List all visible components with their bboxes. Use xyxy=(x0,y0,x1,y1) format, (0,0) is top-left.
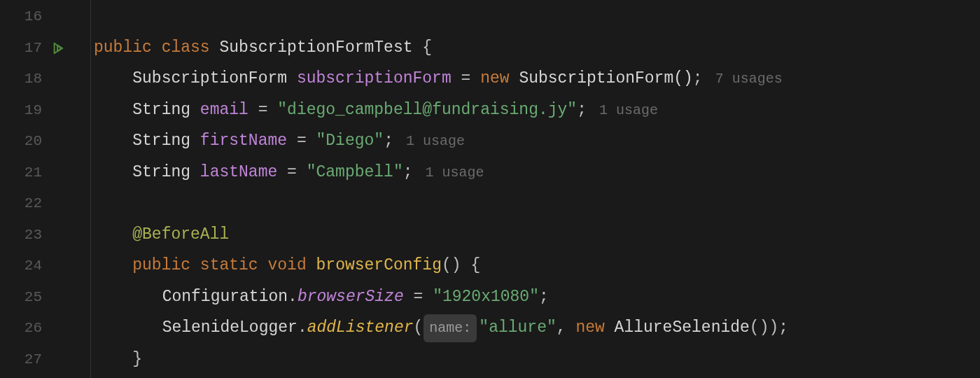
brace: } xyxy=(132,344,142,375)
line-number: 21 xyxy=(0,159,42,187)
line-number: 25 xyxy=(0,284,42,312)
code-line xyxy=(94,188,980,220)
line-number: 19 xyxy=(0,97,42,125)
line-number: 18 xyxy=(0,65,42,93)
code-line: public class SubscriptionFormTest { xyxy=(94,33,980,64)
code-line: String email = "diego_campbell@fundraisi… xyxy=(94,95,980,127)
code-line: public static void browserConfig() { xyxy=(94,251,980,282)
keyword-new: new xyxy=(575,313,604,344)
code-area[interactable]: public class SubscriptionFormTest { Subs… xyxy=(91,0,980,378)
type-name: SubscriptionForm xyxy=(132,64,287,94)
type-name: String xyxy=(132,95,190,126)
class-name: SubscriptionFormTest xyxy=(219,33,412,64)
keyword-new: new xyxy=(480,64,509,94)
field-name: email xyxy=(200,95,248,126)
keyword-public: public xyxy=(94,33,152,64)
annotation: @BeforeAll xyxy=(132,220,229,251)
usages-hint[interactable]: 1 usage xyxy=(406,128,465,155)
line-number: 20 xyxy=(0,127,42,155)
type-name: String xyxy=(132,158,190,188)
keyword-class: class xyxy=(162,33,210,64)
keyword-static: static xyxy=(200,251,258,281)
field-name: subscriptionForm xyxy=(297,64,451,94)
string-literal: "1920x1080" xyxy=(433,282,539,313)
line-number: 24 xyxy=(0,252,42,280)
line-number: 22 xyxy=(0,190,42,218)
line-number: 27 xyxy=(0,346,42,374)
keyword-void: void xyxy=(268,251,307,281)
line-number: 16 xyxy=(0,3,42,31)
line-number: 26 xyxy=(0,314,42,342)
code-editor: 16 17 18 19 20 21 22 23 24 25 26 27 publ… xyxy=(0,0,980,378)
code-line xyxy=(94,1,980,33)
line-number: 23 xyxy=(0,221,42,249)
type-name: String xyxy=(132,126,190,157)
static-method: addListener xyxy=(307,313,414,344)
constructor-call: AllureSelenide xyxy=(615,313,750,344)
code-line: SelenideLogger.addListener(name:"allure"… xyxy=(94,313,980,344)
keyword-public: public xyxy=(132,251,190,281)
constructor-call: SubscriptionForm() xyxy=(519,64,692,94)
static-field: browserSize xyxy=(298,282,404,313)
field-name: firstName xyxy=(200,126,287,157)
code-line: String firstName = "Diego";1 usage xyxy=(94,126,980,158)
field-name: lastName xyxy=(200,158,277,188)
type-name: Configuration xyxy=(162,282,288,313)
usages-hint[interactable]: 7 usages xyxy=(715,66,783,92)
string-literal: "Diego" xyxy=(316,126,384,157)
usages-hint[interactable]: 1 usage xyxy=(426,160,484,186)
code-line: Configuration.browserSize = "1920x1080"; xyxy=(94,282,980,314)
method-name: browserConfig xyxy=(316,251,442,281)
parameter-hint: name: xyxy=(424,314,477,342)
type-name: SelenideLogger xyxy=(162,313,298,344)
string-literal: "allure" xyxy=(479,313,556,344)
code-line: String lastName = "Campbell";1 usage xyxy=(94,158,980,189)
run-test-icon[interactable] xyxy=(52,42,64,55)
usages-hint[interactable]: 1 usage xyxy=(599,97,658,124)
string-literal: "diego_campbell@fundraising.jy" xyxy=(277,95,577,126)
gutter: 16 17 18 19 20 21 22 23 24 25 26 27 xyxy=(0,0,91,378)
string-literal: "Campbell" xyxy=(307,158,403,188)
code-line: SubscriptionForm subscriptionForm = new … xyxy=(94,64,980,95)
code-line: } xyxy=(94,344,980,376)
code-line: @BeforeAll xyxy=(94,220,980,251)
line-number: 17 xyxy=(0,34,42,62)
brace: { xyxy=(413,33,433,64)
